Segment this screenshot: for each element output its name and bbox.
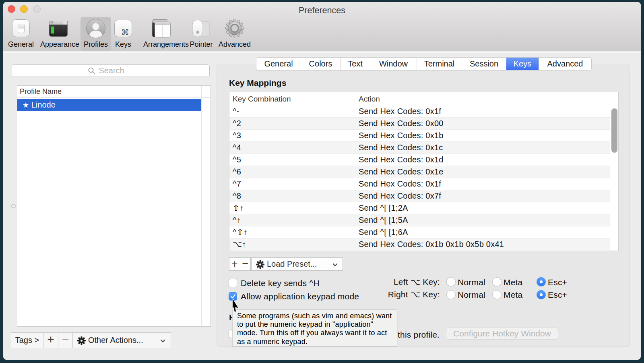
svg-text:⌘: ⌘: [121, 28, 129, 37]
